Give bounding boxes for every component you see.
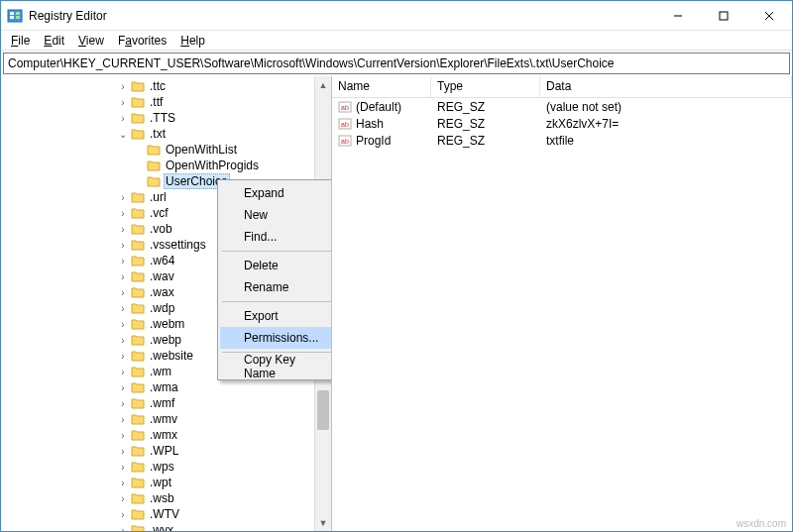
tree-item-label: .wmf	[148, 396, 176, 410]
value-row[interactable]: ab(Default)REG_SZ(value not set)	[332, 98, 792, 115]
menu-file[interactable]: File	[5, 32, 36, 50]
chevron-right-icon[interactable]: ›	[116, 460, 130, 474]
close-button[interactable]	[746, 1, 792, 31]
chevron-right-icon[interactable]: ›	[116, 396, 130, 410]
chevron-right-icon[interactable]: ›	[116, 317, 130, 331]
ctx-export[interactable]: Export	[220, 305, 332, 327]
folder-icon	[130, 380, 146, 394]
chevron-right-icon[interactable]: ›	[116, 412, 130, 426]
scroll-up-icon[interactable]: ▲	[315, 76, 331, 93]
folder-icon	[130, 428, 146, 442]
tree-item[interactable]: ›.ttc	[1, 78, 331, 94]
tree-item-label: OpenWithProgids	[164, 159, 261, 172]
folder-icon	[130, 476, 146, 489]
scroll-down-icon[interactable]: ▼	[315, 514, 331, 531]
chevron-right-icon[interactable]: ›	[116, 238, 130, 252]
ctx-find[interactable]: Find...	[220, 226, 332, 248]
column-headers[interactable]: Name Type Data	[332, 76, 792, 98]
chevron-right-icon[interactable]: ›	[116, 111, 130, 125]
tree-item[interactable]: ›.wvx	[1, 522, 331, 531]
folder-icon	[130, 317, 146, 331]
menu-view[interactable]: View	[72, 32, 110, 50]
folder-icon	[130, 222, 146, 236]
ctx-expand[interactable]: Expand	[220, 182, 332, 204]
ctx-new[interactable]: New	[220, 204, 332, 226]
chevron-right-icon[interactable]: ›	[116, 285, 130, 299]
tree-item[interactable]: ›.WTV	[1, 506, 331, 522]
chevron-right-icon[interactable]: ›	[116, 491, 130, 505]
menu-favorites[interactable]: Favorites	[112, 32, 172, 50]
tree-item-label: .vob	[148, 222, 174, 236]
chevron-right-icon[interactable]: ›	[116, 206, 130, 220]
tree-item[interactable]: ›.WPL	[1, 443, 331, 459]
tree-pane[interactable]: ›.ttc›.ttf›.TTS⌄.txtOpenWithListOpenWith…	[1, 76, 332, 531]
ctx-copy-key-name[interactable]: Copy Key Name	[220, 356, 332, 377]
tree-item-label: .webp	[148, 333, 183, 347]
folder-icon	[130, 95, 146, 109]
tree-item-label: OpenWithList	[164, 143, 239, 157]
tree-item-label: .website	[148, 349, 195, 363]
tree-item-label: .webm	[148, 317, 186, 331]
menu-help[interactable]: Help	[174, 32, 211, 50]
value-name: Hash	[356, 117, 384, 131]
ctx-delete[interactable]: Delete	[220, 255, 332, 276]
ctx-rename[interactable]: Rename	[220, 276, 332, 298]
address-bar[interactable]: Computer\HKEY_CURRENT_USER\Software\Micr…	[3, 53, 790, 74]
chevron-right-icon[interactable]: ›	[116, 507, 130, 521]
title-bar[interactable]: Registry Editor	[1, 1, 792, 31]
tree-item[interactable]: OpenWithList	[1, 142, 331, 158]
tree-item[interactable]: ›.wpt	[1, 475, 331, 490]
tree-item[interactable]: OpenWithProgids	[1, 158, 331, 173]
tree-item-label: .wps	[148, 460, 176, 474]
chevron-right-icon[interactable]: ›	[116, 190, 130, 204]
tree-item[interactable]: ›.wma	[1, 379, 331, 395]
ctx-permissions[interactable]: Permissions...	[220, 327, 332, 349]
minimize-button[interactable]	[655, 1, 701, 31]
menu-edit[interactable]: Edit	[38, 32, 70, 50]
chevron-right-icon[interactable]: ›	[116, 79, 130, 93]
col-data[interactable]: Data	[540, 76, 792, 97]
chevron-right-icon[interactable]: ›	[116, 365, 130, 378]
registry-editor-window: Registry Editor File Edit View Favorites…	[0, 0, 793, 532]
tree-item-label: .wm	[148, 365, 173, 378]
chevron-right-icon[interactable]: ›	[116, 349, 130, 363]
maximize-button[interactable]	[701, 1, 746, 31]
folder-icon	[130, 111, 146, 125]
chevron-right-icon[interactable]: ›	[116, 523, 130, 531]
values-pane[interactable]: Name Type Data ab(Default)REG_SZ(value n…	[332, 76, 792, 531]
col-type[interactable]: Type	[431, 76, 540, 97]
tree-item-label: .wmv	[148, 412, 179, 426]
tree-item[interactable]: ⌄.txt	[1, 126, 331, 142]
folder-icon	[146, 159, 162, 172]
tree-item[interactable]: ›.wmf	[1, 395, 331, 411]
chevron-right-icon[interactable]: ›	[116, 301, 130, 315]
chevron-right-icon[interactable]: ›	[116, 428, 130, 442]
chevron-right-icon[interactable]: ›	[116, 380, 130, 394]
chevron-right-icon[interactable]: ›	[116, 95, 130, 109]
tree-item[interactable]: ›.wmx	[1, 427, 331, 443]
tree-item[interactable]: ›.ttf	[1, 94, 331, 110]
tree-item-label: .wav	[148, 269, 176, 283]
value-row[interactable]: abProgIdREG_SZtxtfile	[332, 132, 792, 149]
context-menu: Expand New Find... Delete Rename Export …	[217, 179, 332, 380]
chevron-right-icon[interactable]: ›	[116, 222, 130, 236]
tree-item[interactable]: ›.wsb	[1, 490, 331, 506]
tree-item[interactable]: ›.TTS	[1, 110, 331, 126]
tree-item-label: .txt	[148, 127, 168, 141]
chevron-right-icon[interactable]: ›	[116, 444, 130, 458]
chevron-down-icon[interactable]: ⌄	[116, 127, 130, 141]
value-row[interactable]: abHashREG_SZzkX6zlvX+7I=	[332, 115, 792, 132]
folder-icon	[130, 491, 146, 505]
chevron-right-icon[interactable]: ›	[116, 476, 130, 489]
tree-item[interactable]: ›.wps	[1, 459, 331, 475]
folder-icon	[130, 396, 146, 410]
col-name[interactable]: Name	[332, 76, 431, 97]
scroll-thumb[interactable]	[317, 390, 329, 430]
value-name: (Default)	[356, 100, 401, 114]
tree-item[interactable]: ›.wmv	[1, 411, 331, 427]
chevron-right-icon[interactable]: ›	[116, 269, 130, 283]
window-title: Registry Editor	[29, 9, 655, 23]
string-value-icon: ab	[338, 100, 352, 114]
chevron-right-icon[interactable]: ›	[116, 333, 130, 347]
chevron-right-icon[interactable]: ›	[116, 254, 130, 267]
